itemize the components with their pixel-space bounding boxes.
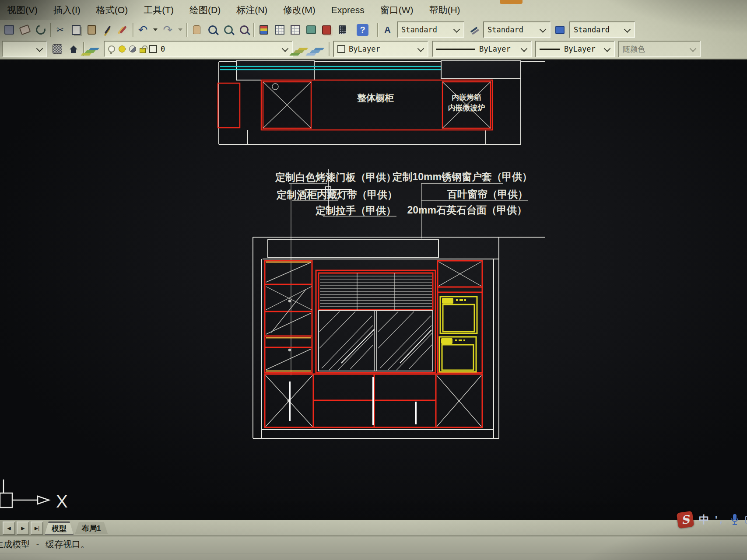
- plan-appliance-label-1: 内嵌烤箱: [452, 93, 481, 102]
- cad-drawing: 整体橱柜 内嵌烤箱 内嵌微波炉 定制白色烤漆门板（甲供） 定制酒柜内藏灯带（甲供…: [0, 0, 747, 560]
- annotation-right-1: 定制10mm锈钢窗户套（甲供）: [392, 171, 532, 182]
- cut-icon[interactable]: ✂: [54, 23, 67, 36]
- layer-previous-icon[interactable]: [312, 42, 325, 56]
- command-line-panel[interactable]: 生成模型 - 缓存视口。: [0, 536, 747, 560]
- publish-icon[interactable]: [3, 23, 15, 36]
- menu-view[interactable]: 视图(V): [7, 4, 38, 16]
- separator: [329, 42, 330, 56]
- chevron-down-icon: [36, 45, 43, 52]
- sogou-logo[interactable]: S: [677, 511, 694, 529]
- command-history-text: 生成模型 - 缓存视口。: [0, 539, 89, 550]
- text-style-select[interactable]: Standard: [397, 21, 464, 38]
- plan-appliance-label-2: 内嵌微波炉: [448, 104, 485, 112]
- menu-format[interactable]: 格式(O): [96, 4, 128, 16]
- lineweight-sample-icon: [540, 49, 560, 50]
- microphone-icon[interactable]: [730, 513, 740, 526]
- undo-dropdown-icon[interactable]: [153, 28, 158, 31]
- dim-style-icon: [467, 23, 480, 36]
- menubar: 视图(V) 插入(I) 格式(O) 工具(T) 绘图(D) 标注(N) 修改(M…: [0, 0, 747, 21]
- layer-viewport-icon[interactable]: [129, 46, 136, 52]
- autocad-window: 视图(V) 插入(I) 格式(O) 工具(T) 绘图(D) 标注(N) 修改(M…: [0, 0, 747, 560]
- quickcalc-table-icon[interactable]: [273, 23, 286, 36]
- markup-icon[interactable]: [320, 23, 333, 36]
- layer-on-bulb-icon[interactable]: [108, 46, 115, 52]
- tab-nav-last-button[interactable]: ▶|: [31, 522, 43, 535]
- linetype-select[interactable]: ByLayer: [432, 41, 532, 57]
- make-layer-current-icon[interactable]: [296, 42, 309, 56]
- menu-express[interactable]: Express: [331, 5, 365, 15]
- chevron-down-icon: [540, 26, 547, 33]
- layer-properties-icon[interactable]: [88, 42, 100, 56]
- annotation-left-2: 定制酒柜内藏灯带（甲供）: [276, 189, 397, 200]
- ime-bar: S 中 '，: [677, 509, 747, 530]
- separator: [133, 23, 133, 37]
- ime-language-toggle[interactable]: 中: [699, 513, 709, 527]
- eraser-icon[interactable]: [18, 23, 31, 36]
- chevron-down-icon: [690, 45, 697, 52]
- keyboard-icon[interactable]: [745, 515, 747, 525]
- layer-thaw-sun-icon[interactable]: [119, 46, 126, 52]
- chevron-down-icon: [624, 26, 631, 33]
- paintbrush-icon[interactable]: [117, 23, 130, 36]
- door-handles: [290, 377, 416, 425]
- chevron-down-icon: [521, 45, 528, 52]
- undo-icon[interactable]: ↶: [137, 23, 149, 36]
- properties-palette-icon[interactable]: [257, 23, 270, 36]
- tab-nav-next-button[interactable]: ▶: [17, 522, 29, 535]
- separator: [253, 23, 254, 37]
- sheetset-icon[interactable]: [305, 23, 317, 36]
- pan-hand-icon[interactable]: [190, 23, 203, 36]
- plan-view: 整体橱柜 内嵌烤箱 内嵌微波炉: [218, 61, 545, 144]
- menu-draw[interactable]: 绘图(D): [189, 4, 221, 16]
- dim-style-select[interactable]: Standard: [483, 21, 551, 38]
- dither-grid-icon[interactable]: [51, 42, 63, 56]
- orange-sticker: [500, 0, 523, 4]
- redo-dropdown-icon[interactable]: [178, 28, 182, 31]
- annotation-left-3: 定制拉手（甲供）: [315, 205, 396, 216]
- elevation-view: [253, 237, 545, 438]
- menu-tools[interactable]: 工具(T): [144, 4, 174, 16]
- tab-model[interactable]: 模型: [45, 522, 74, 535]
- color-select[interactable]: ByLayer: [333, 41, 428, 57]
- plot-style-select[interactable]: 随颜色: [618, 41, 701, 57]
- layer-select[interactable]: 0: [104, 41, 293, 57]
- chevron-down-icon: [453, 26, 460, 33]
- ucs-icon: X: [0, 480, 68, 511]
- table-style-select[interactable]: Standard: [569, 21, 635, 38]
- separator: [50, 23, 51, 37]
- copy-icon[interactable]: [70, 23, 82, 36]
- table-edit-icon[interactable]: [289, 23, 302, 36]
- zoom-realtime-icon[interactable]: [206, 23, 219, 36]
- layout-tab-bar: ◀ ▶ ▶| 模型 布局1: [0, 520, 747, 536]
- menu-dimension[interactable]: 标注(N): [236, 4, 267, 16]
- home-view-icon[interactable]: [67, 42, 80, 56]
- redo-icon[interactable]: ↷: [161, 23, 174, 36]
- layers-toolbar: 0 ByLayer ByLayer ByLayer 随颜色: [0, 39, 747, 60]
- lineweight-select[interactable]: ByLayer: [535, 41, 615, 57]
- tab-nav-first-button[interactable]: ◀: [3, 522, 15, 535]
- paste-icon[interactable]: [85, 23, 98, 36]
- menu-insert[interactable]: 插入(I): [53, 4, 81, 16]
- menu-modify[interactable]: 修改(M): [283, 4, 315, 16]
- zoom-previous-icon[interactable]: [238, 23, 250, 36]
- annotations: 定制白色烤漆门板（甲供） 定制酒柜内藏灯带（甲供） 定制拉手（甲供） 定制10m…: [275, 171, 532, 216]
- layer-unlock-icon[interactable]: [140, 48, 146, 53]
- linetype-sample-icon: [436, 49, 475, 50]
- chevron-down-icon: [604, 45, 611, 52]
- menu-window[interactable]: 窗口(W): [380, 4, 414, 16]
- ime-punctuation-toggle[interactable]: '，: [715, 513, 724, 526]
- tab-layout1[interactable]: 布局1: [75, 522, 108, 534]
- table-style-icon: [554, 23, 566, 36]
- annotation-left-1: 定制白色烤漆门板（甲供）: [275, 172, 396, 183]
- zoom-window-icon[interactable]: [222, 23, 235, 36]
- annotation-right-3: 20mm石英石台面（甲供）: [407, 204, 527, 216]
- standard-toolbar: ✂ ↶ ↷ ? A Standard Standard Sta: [0, 20, 747, 40]
- menu-help[interactable]: 帮助(H): [429, 4, 460, 16]
- current-layer-name: 0: [161, 45, 165, 53]
- regen-icon[interactable]: [34, 23, 47, 36]
- matchprop-brush-icon[interactable]: [101, 23, 114, 36]
- help-icon[interactable]: ?: [356, 23, 369, 36]
- calculator-icon[interactable]: [336, 23, 349, 36]
- workspace-select[interactable]: [2, 41, 47, 57]
- command-line-divider: [0, 553, 747, 553]
